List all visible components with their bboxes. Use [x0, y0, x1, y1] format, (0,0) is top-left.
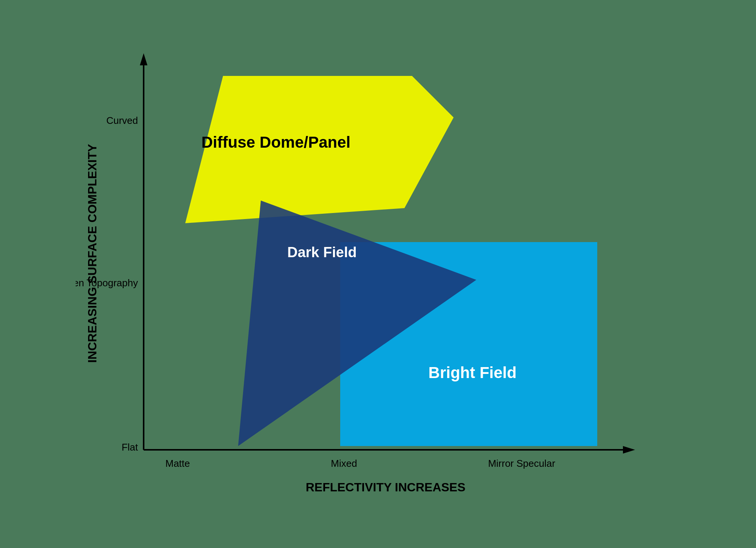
x-label-mixed: Mixed: [331, 458, 357, 469]
x-axis-title: REFLECTIVITY INCREASES: [306, 480, 466, 494]
y-axis-title: INCREASING SURFACE COMPLEXITY: [85, 144, 99, 363]
y-label-curved: Curved: [106, 114, 138, 126]
chart-container: INCREASING SURFACE COMPLEXITY REFLECTIVI…: [76, 38, 680, 510]
x-label-matte: Matte: [165, 458, 190, 469]
dark-field-label: Dark Field: [287, 244, 357, 260]
bright-field-label: Bright Field: [428, 364, 516, 381]
x-label-mirror-specular: Mirror Specular: [488, 458, 555, 469]
diffuse-dome-label: Diffuse Dome/Panel: [201, 133, 350, 151]
y-label-uneven: Uneven Topography: [76, 277, 138, 288]
y-label-flat: Flat: [122, 441, 138, 452]
